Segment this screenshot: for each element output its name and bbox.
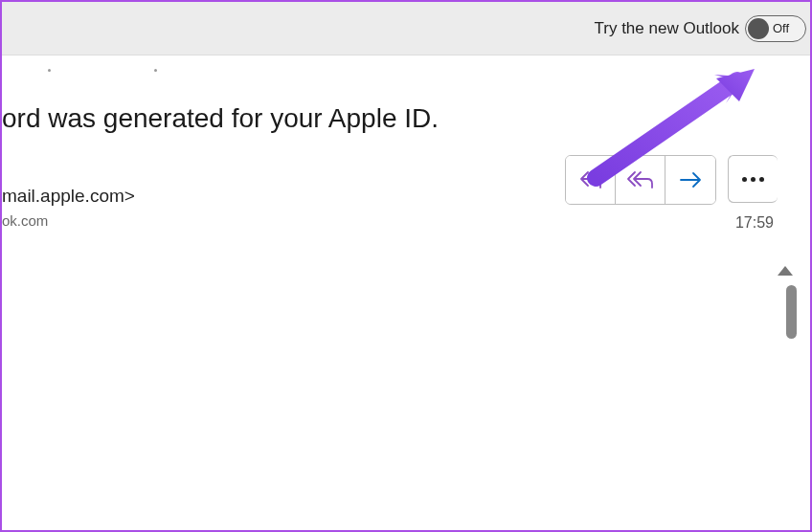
app-header: Try the new Outlook Off — [2, 2, 810, 55]
ellipsis-icon — [742, 177, 764, 182]
scrollbar-thumb[interactable] — [786, 285, 797, 339]
forward-icon — [678, 170, 703, 189]
more-actions-button[interactable] — [728, 155, 778, 203]
toggle-knob — [748, 18, 769, 39]
svg-marker-0 — [716, 69, 755, 101]
message-to: ok.com — [2, 212, 48, 229]
forward-button[interactable] — [665, 156, 715, 204]
new-outlook-toggle[interactable]: Off — [745, 15, 806, 42]
new-outlook-label: Try the new Outlook — [595, 19, 740, 38]
message-from: mail.apple.com> — [2, 186, 135, 207]
toggle-state-text: Off — [773, 21, 789, 35]
scroll-up-icon[interactable] — [778, 266, 793, 276]
message-time: 17:59 — [735, 214, 774, 232]
message-subject: ord was generated for your Apple ID. — [2, 103, 439, 134]
reply-all-button[interactable] — [616, 156, 665, 204]
reply-all-icon — [626, 168, 655, 191]
header-divider-dots — [2, 69, 157, 72]
reply-forward-group — [565, 155, 716, 205]
new-outlook-toggle-container: Try the new Outlook Off — [595, 15, 807, 42]
reply-icon — [578, 168, 603, 191]
message-actions — [565, 155, 778, 205]
reply-button[interactable] — [566, 156, 616, 204]
